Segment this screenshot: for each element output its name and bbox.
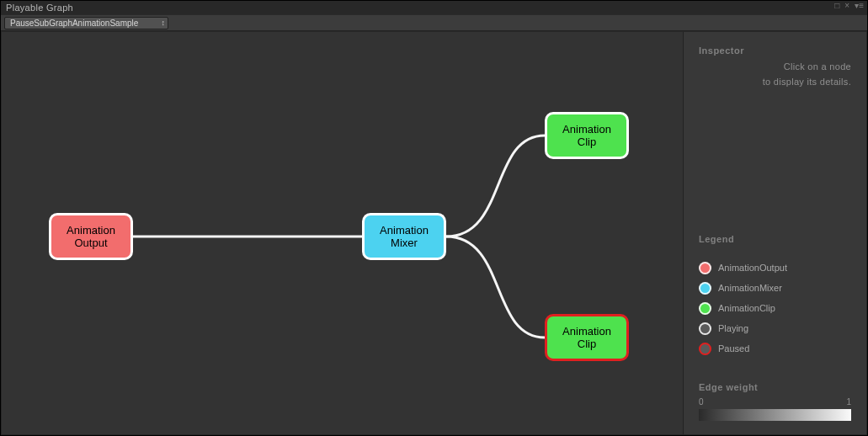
dropdown-label: PauseSubGraphAnimationSample <box>10 19 138 28</box>
legend-label: Paused <box>718 343 749 354</box>
node-animation-clip-2[interactable]: Animation Clip <box>545 314 629 361</box>
window-controls: □ × ▾≡ <box>834 2 864 10</box>
legend-item: Paused <box>699 338 851 359</box>
legend-item: Playing <box>699 318 851 338</box>
maximize-icon[interactable]: □ <box>834 2 839 10</box>
sidebar: Inspector Click on a node to display its… <box>683 32 866 434</box>
close-icon[interactable]: × <box>844 2 849 10</box>
legend-swatch-icon <box>699 262 711 274</box>
legend-label: Playing <box>718 323 748 333</box>
node-animation-output[interactable]: Animation Output <box>49 213 133 260</box>
legend-swatch-icon <box>699 343 711 355</box>
node-label: Animation Mixer <box>380 224 429 249</box>
node-animation-mixer[interactable]: Animation Mixer <box>362 213 446 260</box>
inspector-hint-1: Click on a node <box>699 61 851 72</box>
legend-label: AnimationMixer <box>718 283 782 293</box>
node-animation-clip-1[interactable]: Animation Clip <box>545 112 629 159</box>
edge-weight-labels: 0 1 <box>699 397 851 407</box>
inspector-hint-2: to display its details. <box>699 76 851 88</box>
edge-weight-gradient <box>699 409 851 421</box>
main-area: Animation Output Animation Mixer Animati… <box>2 32 866 434</box>
edge-weight-section: Edge weight 0 1 <box>699 382 851 421</box>
node-label: Animation Clip <box>562 123 611 148</box>
edge-weight-min: 0 <box>699 397 704 407</box>
edge-weight-max: 1 <box>846 397 851 407</box>
node-label: Animation Output <box>67 224 115 249</box>
legend-list: AnimationOutputAnimationMixerAnimationCl… <box>699 258 851 359</box>
window-title: Playable Graph <box>6 3 73 13</box>
legend-item: AnimationOutput <box>699 258 851 278</box>
graph-canvas[interactable]: Animation Output Animation Mixer Animati… <box>2 32 683 434</box>
playable-graph-window: Playable Graph □ × ▾≡ PauseSubGraphAnima… <box>0 0 868 436</box>
graph-select-dropdown[interactable]: PauseSubGraphAnimationSample <box>4 17 168 29</box>
inspector-title: Inspector <box>699 45 851 56</box>
sidebar-spacer <box>699 91 851 234</box>
legend-label: AnimationOutput <box>718 263 787 273</box>
legend-swatch-icon <box>699 322 711 335</box>
legend-title: Legend <box>699 234 851 244</box>
toolbar: PauseSubGraphAnimationSample <box>1 14 867 31</box>
legend-item: AnimationMixer <box>699 278 851 298</box>
legend-swatch-icon <box>699 282 711 295</box>
node-label: Animation Clip <box>562 325 611 350</box>
legend-swatch-icon <box>699 302 711 315</box>
window-titlebar: Playable Graph □ × ▾≡ <box>1 1 867 14</box>
edge-weight-title: Edge weight <box>699 382 851 392</box>
legend-label: AnimationClip <box>718 303 775 313</box>
context-menu-icon[interactable]: ▾≡ <box>855 2 864 10</box>
legend-item: AnimationClip <box>699 298 851 318</box>
